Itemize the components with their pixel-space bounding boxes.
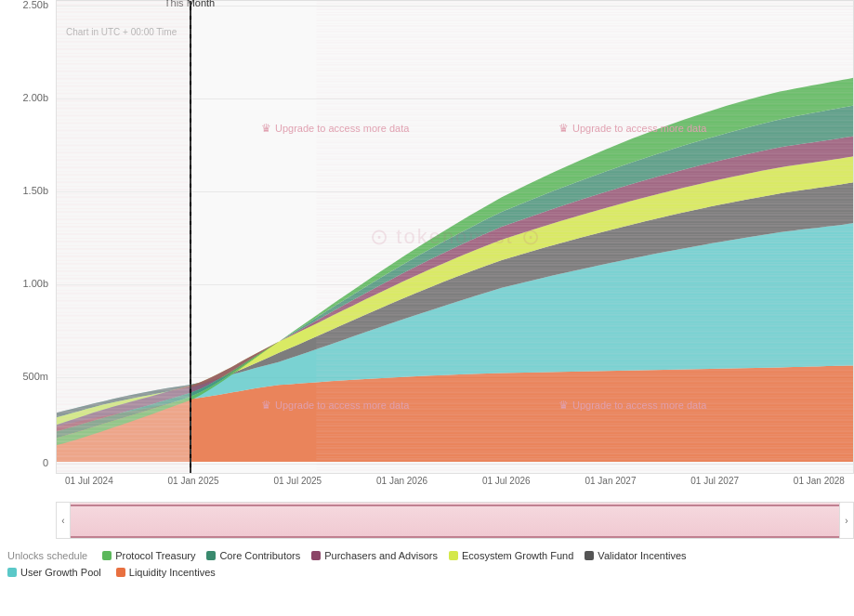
upgrade-badge-3[interactable]: Upgrade to access more data <box>261 399 409 412</box>
y-axis: 2.50b 2.00b 1.50b 1.00b 500m 0 <box>0 0 56 474</box>
legend-dot-4 <box>585 551 594 560</box>
watermark-icon-2: ⊙ <box>521 224 540 250</box>
legend-item-4: Validator Incentives <box>585 550 686 561</box>
y-label-150b: 1.50b <box>22 185 48 196</box>
x-label-1: 01 Jan 2025 <box>168 476 219 494</box>
chart-container: 2.50b 2.00b 1.50b 1.00b 500m 0 This Mont… <box>0 0 854 616</box>
legend-label-5: User Growth Pool <box>20 567 101 578</box>
legend-item-5: User Growth Pool <box>7 567 101 578</box>
watermark-icon: ⊙ <box>370 224 388 250</box>
scroll-left-icon: ‹ <box>61 516 64 526</box>
scrollbar-thumb[interactable] <box>57 505 853 538</box>
legend-label-4: Validator Incentives <box>598 550 686 561</box>
upgrade-badge-1[interactable]: Upgrade to access more data <box>261 122 409 135</box>
x-label-7: 01 Jan 2028 <box>794 476 845 494</box>
legend-item-6: Liquidity Incentives <box>116 567 216 578</box>
scrollbar[interactable] <box>56 502 854 539</box>
y-label-200b: 2.00b <box>22 92 48 103</box>
y-label-500m: 500m <box>22 371 48 382</box>
legend-label-6: Liquidity Incentives <box>129 567 216 578</box>
chart-area: This Month Chart in UTC + 00:00 Time <box>56 0 854 474</box>
scroll-right-icon: › <box>845 516 847 526</box>
legend-area: Unlocks schedule Protocol Treasury Core … <box>0 550 854 578</box>
legend-item-2: Purchasers and Advisors <box>311 550 438 561</box>
x-label-4: 01 Jul 2026 <box>482 476 531 494</box>
x-axis: 01 Jul 2024 01 Jan 2025 01 Jul 2025 01 J… <box>56 476 854 494</box>
legend-dot-6 <box>116 568 125 577</box>
upgrade-badge-2[interactable]: Upgrade to access more data <box>558 122 706 135</box>
y-label-250b: 2.50b <box>22 0 48 10</box>
legend-item-1: Core Contributors <box>206 550 300 561</box>
legend-dot-0 <box>102 551 112 560</box>
x-label-3: 01 Jan 2026 <box>376 476 427 494</box>
scroll-left-button[interactable]: ‹ <box>56 502 71 539</box>
legend-row-2: User Growth Pool Liquidity Incentives <box>7 567 847 578</box>
legend-label-2: Purchasers and Advisors <box>324 550 438 561</box>
legend-dot-2 <box>311 551 321 560</box>
y-label-100b: 1.00b <box>22 278 48 289</box>
x-label-6: 01 Jul 2027 <box>690 476 739 494</box>
legend-title: Unlocks schedule <box>7 550 87 561</box>
legend-label-0: Protocol Treasury <box>115 550 195 561</box>
scroll-right-button[interactable]: › <box>839 502 854 539</box>
legend-item-3: Ecosystem Growth Fund <box>449 550 573 561</box>
upgrade-badge-4[interactable]: Upgrade to access more data <box>558 399 706 412</box>
legend-label-1: Core Contributors <box>219 550 300 561</box>
x-label-2: 01 Jul 2025 <box>273 476 322 494</box>
legend-dot-3 <box>449 551 458 560</box>
x-label-0: 01 Jul 2024 <box>65 476 113 494</box>
legend-label-3: Ecosystem Growth Fund <box>462 550 573 561</box>
watermark-text: tokenomist <box>396 225 513 249</box>
this-month-line <box>190 1 191 473</box>
svg-rect-6 <box>57 1 190 473</box>
watermark: ⊙ tokenomist ⊙ <box>370 224 539 250</box>
legend-item-0: Protocol Treasury <box>102 550 195 561</box>
legend-dot-5 <box>7 568 17 577</box>
x-label-5: 01 Jan 2027 <box>585 476 636 494</box>
y-label-0: 0 <box>43 457 48 468</box>
legend-dot-1 <box>206 551 216 560</box>
